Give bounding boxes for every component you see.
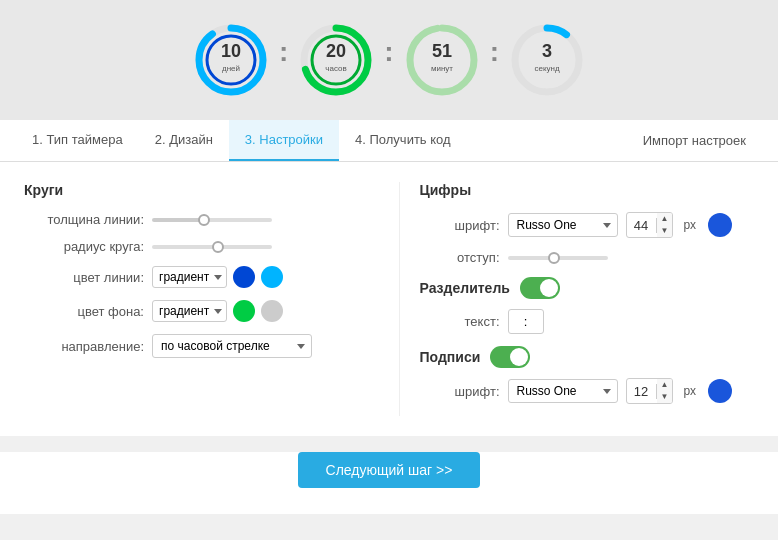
offset-slider[interactable] [508, 256, 608, 260]
timer-seconds: 3 секунд [507, 20, 587, 100]
svg-text:минут: минут [431, 64, 453, 73]
digits-offset-row: отступ: [420, 250, 755, 265]
bottom-area: Следующий шаг >> [0, 452, 778, 514]
separator-title: Разделитель [420, 280, 510, 296]
next-button[interactable]: Следующий шаг >> [298, 452, 481, 488]
svg-text:дней: дней [222, 64, 240, 73]
separator-row: Разделитель [420, 277, 755, 299]
hours-circle-svg: 20 часов [296, 20, 376, 100]
svg-text:секунд: секунд [534, 64, 559, 73]
circles-panel: Круги толщина линии: радиус круга: цвет … [24, 182, 399, 416]
radius-row: радиус круга: [24, 239, 359, 254]
bg-color-select[interactable]: градиент [152, 300, 227, 322]
right-panel: Цифры шрифт: Russo One Arial Times New R… [399, 182, 755, 416]
line-color-dot-1[interactable] [233, 266, 255, 288]
thickness-slider[interactable] [152, 218, 272, 222]
digits-size-down[interactable]: ▼ [657, 225, 673, 237]
labels-size-value: 12 [627, 384, 657, 399]
labels-px-label: px [683, 384, 696, 398]
digits-size-value: 44 [627, 218, 657, 233]
colon-3: : [490, 36, 499, 68]
direction-label: направление: [24, 339, 144, 354]
minutes-circle-svg: 51 минут [402, 20, 482, 100]
svg-text:3: 3 [542, 41, 552, 61]
timer-days: 10 дней [191, 20, 271, 100]
digits-spinner-btns: ▲ ▼ [657, 213, 673, 237]
main-content: Круги толщина линии: радиус круга: цвет … [0, 162, 778, 436]
line-color-label: цвет линии: [24, 270, 144, 285]
thickness-row: толщина линии: [24, 212, 359, 227]
colon-2: : [384, 36, 393, 68]
labels-row: Подписи [420, 346, 755, 368]
labels-title: Подписи [420, 349, 481, 365]
tab-code[interactable]: 4. Получить код [339, 120, 467, 161]
timer-preview: 10 дней : 20 часов : 51 минут [0, 0, 778, 120]
line-color-row: цвет линии: градиент [24, 266, 359, 288]
direction-row: направление: по часовой стрелке против ч… [24, 334, 359, 358]
svg-text:10: 10 [221, 41, 241, 61]
seconds-circle-svg: 3 секунд [507, 20, 587, 100]
labels-font-label: шрифт: [420, 384, 500, 399]
bg-color-label: цвет фона: [24, 304, 144, 319]
separator-text-input[interactable] [508, 309, 544, 334]
digits-size-spinner[interactable]: 44 ▲ ▼ [626, 212, 674, 238]
labels-toggle[interactable] [490, 346, 530, 368]
tab-settings[interactable]: 3. Настройки [229, 120, 339, 161]
tabs-bar: 1. Тип таймера 2. Дизайн 3. Настройки 4.… [0, 120, 778, 162]
line-color-select[interactable]: градиент [152, 266, 227, 288]
line-color-dot-2[interactable] [261, 266, 283, 288]
days-circle-svg: 10 дней [191, 20, 271, 100]
timer-minutes: 51 минут [402, 20, 482, 100]
separator-text-row: текст: [420, 309, 755, 334]
separator-text-label: текст: [420, 314, 500, 329]
labels-size-down[interactable]: ▼ [657, 391, 673, 403]
svg-text:20: 20 [326, 41, 346, 61]
svg-text:часов: часов [326, 64, 347, 73]
digits-size-up[interactable]: ▲ [657, 213, 673, 225]
svg-text:51: 51 [432, 41, 452, 61]
labels-toggle-knob [510, 348, 528, 366]
thickness-label: толщина линии: [24, 212, 144, 227]
radius-label: радиус круга: [24, 239, 144, 254]
bg-color-row: цвет фона: градиент [24, 300, 359, 322]
digits-font-row: шрифт: Russo One Arial Times New Roman 4… [420, 212, 755, 238]
separator-toggle-knob [540, 279, 558, 297]
bg-color-wrap: градиент [152, 300, 283, 322]
tab-type[interactable]: 1. Тип таймера [16, 120, 139, 161]
labels-color-dot[interactable] [708, 379, 732, 403]
labels-font-select[interactable]: Russo One Arial Times New Roman [508, 379, 618, 403]
colon-1: : [279, 36, 288, 68]
digits-font-label: шрифт: [420, 218, 500, 233]
bg-color-dot-1[interactable] [233, 300, 255, 322]
bg-color-dot-2[interactable] [261, 300, 283, 322]
labels-size-spinner[interactable]: 12 ▲ ▼ [626, 378, 674, 404]
thickness-slider-thumb[interactable] [198, 214, 210, 226]
tab-design[interactable]: 2. Дизайн [139, 120, 229, 161]
radius-slider[interactable] [152, 245, 272, 249]
direction-select[interactable]: по часовой стрелке против часовой стрелк… [152, 334, 312, 358]
labels-font-row: шрифт: Russo One Arial Times New Roman 1… [420, 378, 755, 404]
line-color-wrap: градиент [152, 266, 283, 288]
timer-hours: 20 часов [296, 20, 376, 100]
separator-toggle[interactable] [520, 277, 560, 299]
labels-size-up[interactable]: ▲ [657, 379, 673, 391]
labels-spinner-btns: ▲ ▼ [657, 379, 673, 403]
circles-title: Круги [24, 182, 359, 198]
import-settings[interactable]: Импорт настроек [627, 121, 762, 160]
digits-title: Цифры [420, 182, 755, 198]
offset-slider-thumb[interactable] [548, 252, 560, 264]
digits-font-select[interactable]: Russo One Arial Times New Roman [508, 213, 618, 237]
digits-px-label: px [683, 218, 696, 232]
digits-color-dot[interactable] [708, 213, 732, 237]
radius-slider-thumb[interactable] [212, 241, 224, 253]
digits-offset-label: отступ: [420, 250, 500, 265]
